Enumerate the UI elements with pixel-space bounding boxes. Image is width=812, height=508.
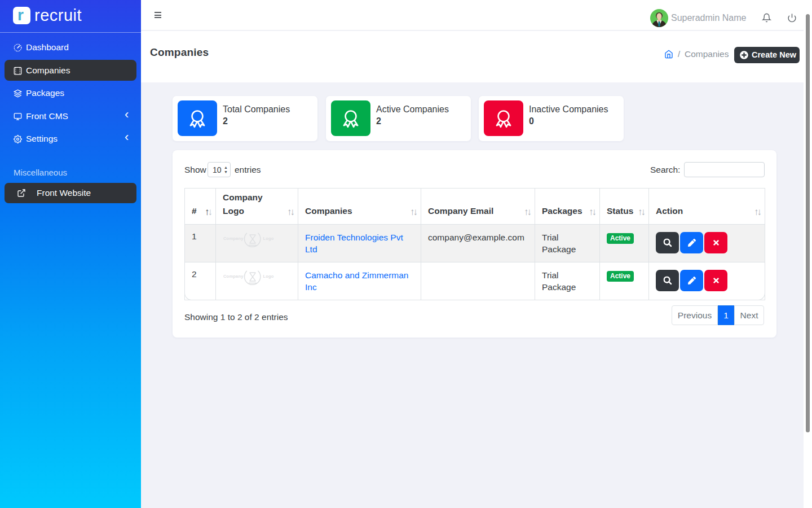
svg-text:Logo: Logo [263, 274, 274, 279]
svg-text:Company: Company [223, 274, 244, 279]
svg-text:Company: Company [223, 236, 244, 241]
svg-text:Logo: Logo [263, 236, 274, 241]
